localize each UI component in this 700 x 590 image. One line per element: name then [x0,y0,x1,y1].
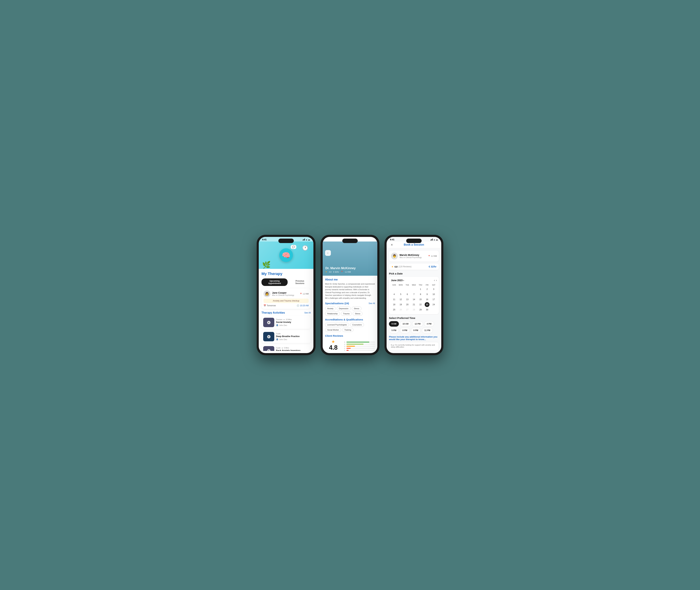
about-text: Meet Dr. Emily Sanchez, a compassionate … [325,283,375,299]
therapist-row: 👩 Jane Cooper Msc in Clinical Psychology… [264,290,309,297]
doctor-info-overlay: Dr. Marvin McKinney ★ 4.8 € 32/hr 📍 1.2 … [325,267,356,273]
cal-day-7[interactable]: 7 [411,292,416,297]
cal-day-29[interactable]: 29 [418,307,423,312]
phone1-content: My Therapy Upcoming Appointment Prevoius… [259,269,313,351]
play-btn-3[interactable]: ▶ [267,349,271,351]
cal-prev-btn[interactable]: ‹ [434,279,435,282]
bar-fill-5 [346,342,369,342]
cal-day-9[interactable]: 9 [425,292,429,297]
cal-day-4[interactable]: 4 [392,292,396,297]
cal-day-13[interactable]: 13 [405,297,410,302]
activity-info-3: Guide ● 5 Mins Back Anxiety Inventory 👤 … [276,347,309,351]
tab-upcoming[interactable]: Upcoming Appointment [262,278,288,286]
dynamic-island-2 [342,238,358,243]
time-slot-4pm[interactable]: 4 PM [424,321,434,327]
tag-relationship[interactable]: Relationship [325,312,340,316]
spec-see-all[interactable]: See All [369,302,375,305]
tag-anxiety[interactable]: Anxiety [325,306,336,311]
cal-day-26[interactable]: 26 [398,307,403,312]
cal-day-11[interactable]: 11 [392,297,396,302]
appointment-card: 👩 Jane Cooper Msc in Clinical Psychology… [262,288,311,309]
time-slot-5pm[interactable]: 5 PM [389,328,399,333]
additional-info-title: Please include any additional informatio… [389,335,439,340]
cal-day-12[interactable]: 12 [398,297,403,302]
cal-day-28[interactable]: 28 [411,307,416,312]
cal-day-5[interactable]: 5 [398,292,403,297]
doctor-meta: ★ 4.8 € 32/hr 📍 1.2 KM [325,271,356,273]
close-button[interactable]: ✕ [389,242,394,247]
clock-icon: 🕐 [302,245,308,251]
cal-header-mon: MON [398,284,404,286]
tag-stress-2[interactable]: Stress [353,312,363,316]
cal-day-10[interactable]: 10 [431,292,436,297]
wifi-icon-2: ▲ [370,238,371,240]
bar-label-4: 4 [344,343,346,345]
cal-day-24[interactable]: 24 [431,302,436,307]
activity-card-1: ▶ Courses ● 10 Mins Social Anxiety 👤 Joh… [262,316,311,329]
bar-row-1: 1 [344,350,375,351]
reviews-title: Client Reviews [325,334,375,337]
tag-trauma[interactable]: Trauma [341,312,352,316]
time-slot-12pm[interactable]: 12 PM [412,321,423,327]
cal-day-8[interactable]: 8 [418,292,423,297]
tag-stress-1[interactable]: Stress [352,306,362,311]
clock-icon-sm: 🕙 [297,304,299,307]
cal-day-empty-3 [405,287,410,292]
time-2: 9:41 [326,238,330,241]
cal-day-6[interactable]: 6 [405,292,410,297]
back-button[interactable]: ← [325,250,331,256]
play-btn-1[interactable]: ▶ [267,321,271,324]
bar-row-3: 3 [344,346,375,347]
cal-day-25[interactable]: 25 [392,307,396,312]
tag-depression[interactable]: Depression [337,306,351,311]
bar-row-4: 4 [344,343,375,345]
cal-day-20[interactable]: 20 [405,302,410,307]
cal-day-18[interactable]: 18 [392,302,396,307]
cal-day-17[interactable]: 17 [431,297,436,302]
cal-day-15[interactable]: 15 [418,297,423,302]
time-slot-9am[interactable]: 9 AM [389,321,399,327]
cal-day-21[interactable]: 21 [411,302,416,307]
tag-training[interactable]: Training [342,328,353,332]
wifi-icon-1: ▲ [306,238,307,240]
cal-day-14[interactable]: 14 [411,297,416,302]
booking-avatar: 👨 [391,253,398,260]
activity-card-3: ▶ Guide ● 5 Mins Back Anxiety Inventory … [262,345,311,351]
cal-day-2[interactable]: 2 [425,287,429,292]
distance-text: 1.2 KM [303,293,309,295]
cal-day-3[interactable]: 3 [431,287,436,292]
pick-date-title: Pick a Date [389,272,439,275]
tag-psychologists[interactable]: Licensed Psychologists [325,323,349,327]
cal-day-30[interactable]: 30 [425,307,429,312]
bar-row-5: 5 [344,341,375,343]
cal-day-19[interactable]: 19 [398,302,403,307]
time-slot-8pm[interactable]: 8 PM [400,328,410,333]
location-icon-2: 📍 [341,271,343,273]
reviews-row: ★ 4.8 Based on 40 Reviews 5 4 [325,339,375,351]
play-btn-2[interactable]: ▶ [267,335,271,338]
appointment-clock: 🕙 10:20 AM [297,304,309,307]
time-slot-10am[interactable]: 10 AM [400,321,411,327]
tabs-row: Upcoming Appointment Prevoius Sessions [262,278,311,286]
star-icon-2: ★ [325,271,327,273]
additional-info-textarea[interactable] [389,342,439,350]
tab-previous[interactable]: Prevoius Sessions [289,278,311,286]
specialisations-tags: Anxiety Depression Stress Relationship T… [325,306,375,316]
time-slot-9pm[interactable]: 9 PM [411,328,421,333]
calendar-nav: ‹ › [434,279,437,282]
author-avatar-1: 👤 [276,324,278,326]
cal-day-22[interactable]: 22 [418,302,423,307]
cal-day-16[interactable]: 16 [425,297,429,302]
cal-day-empty-end [431,307,436,312]
time-slot-11pm[interactable]: 11 PM [422,328,433,333]
tag-counselors[interactable]: Counselors [350,323,364,327]
cal-day-27[interactable]: 27 [405,307,410,312]
status-icons-3: ▲ ▬ [430,238,438,240]
cal-day-1[interactable]: 1 [418,287,423,292]
cal-next-btn[interactable]: › [436,279,437,282]
activity-author-1: 👤 John Deo [276,324,309,326]
cal-day-23-selected[interactable]: 23 [425,302,429,307]
activities-see-all[interactable]: See All [304,312,311,314]
tag-social-worker[interactable]: Social Worker [325,328,341,332]
price-text: € 32/hr [429,265,436,268]
